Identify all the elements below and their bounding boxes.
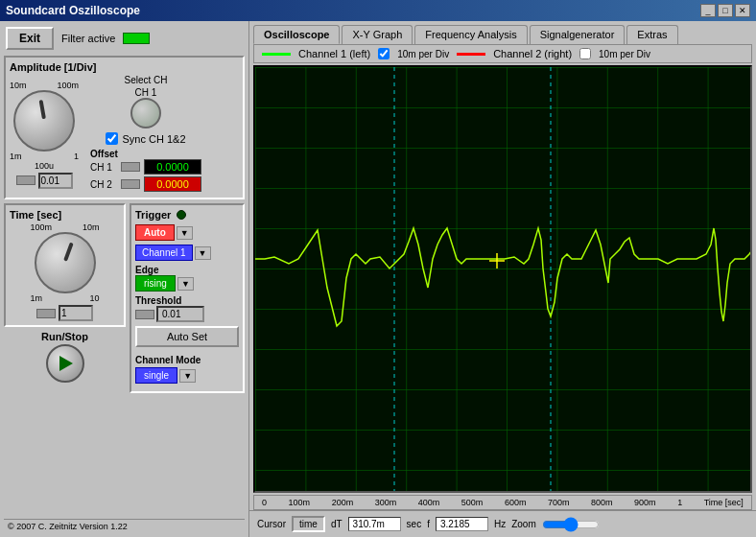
edge-arrow[interactable]: ▼ <box>177 277 194 291</box>
trigger-channel-button[interactable]: Channel 1 <box>135 245 193 261</box>
amplitude-slider[interactable] <box>16 175 35 185</box>
cursor-type-button[interactable]: time <box>292 516 325 532</box>
svg-rect-2 <box>255 67 750 491</box>
zoom-slider[interactable] <box>542 519 600 530</box>
right-panel: Oscilloscope X-Y Graph Frequency Analysi… <box>249 21 756 537</box>
ch2-offset-slider[interactable] <box>121 179 140 189</box>
time-label-10m: 10m <box>83 222 100 232</box>
channel-mode-row: single ▼ <box>135 367 239 384</box>
amplitude-knob-container: 10m 100m 1m 1 100u <box>10 81 79 189</box>
ch2-perdiv: 10m per Div <box>599 49 650 59</box>
ch1-offset-slider[interactable] <box>121 162 140 172</box>
tab-signalgenerator[interactable]: Signalgenerator <box>530 25 626 44</box>
ch1-visibility-checkbox[interactable] <box>378 48 390 59</box>
time-axis-500m: 500m <box>461 498 484 507</box>
run-stop-button[interactable] <box>46 344 84 383</box>
time-knob-indicator <box>63 243 74 262</box>
amplitude-input[interactable] <box>38 173 73 189</box>
left-bottom-cols: Time [sec] 100m 10m 1m 10 <box>4 203 245 519</box>
tab-oscilloscope[interactable]: Oscilloscope <box>253 25 340 44</box>
channel-mode-section: Channel Mode single ▼ <box>135 355 239 384</box>
top-controls: Exit Filter active <box>4 25 245 52</box>
maximize-button[interactable]: □ <box>718 4 733 17</box>
cursor-bar: Cursor time dT 310.7m sec f 3.2185 Hz Zo… <box>249 510 756 537</box>
time-input[interactable] <box>59 305 93 321</box>
tab-extras[interactable]: Extras <box>626 25 677 44</box>
ch1-knob[interactable] <box>130 98 161 128</box>
ch1-perdiv: 10m per Div <box>397 49 449 59</box>
sync-checkbox[interactable] <box>106 132 118 145</box>
trigger-channel-row: Channel 1 ▼ <box>135 245 239 261</box>
threshold-input[interactable] <box>156 306 204 322</box>
tab-frequency-analysis[interactable]: Frequency Analysis <box>414 25 527 44</box>
trigger-led <box>177 210 186 220</box>
tab-xy-graph[interactable]: X-Y Graph <box>342 25 413 44</box>
ch1-offset-row: CH 1 0.0000 <box>90 159 201 175</box>
ch1-offset-display: 0.0000 <box>144 159 201 175</box>
tab-bar: Oscilloscope X-Y Graph Frequency Analysi… <box>249 21 756 44</box>
time-axis-900m: 900m <box>634 498 656 507</box>
dt-label: dT <box>331 519 343 529</box>
trigger-title: Trigger <box>135 209 171 221</box>
ch2-visibility-checkbox[interactable] <box>579 48 591 59</box>
amp-label-1: 1 <box>74 152 79 161</box>
dt-display: 310.7m <box>348 517 401 531</box>
zoom-label: Zoom <box>511 519 536 529</box>
time-axis-600m: 600m <box>505 498 527 507</box>
edge-button[interactable]: rising <box>135 275 176 292</box>
ch1-bar-label: Channel 1 (left) <box>298 48 370 59</box>
time-knob[interactable] <box>35 232 96 293</box>
channel-mode-label: Channel Mode <box>135 355 239 365</box>
close-button[interactable]: ✕ <box>735 4 750 17</box>
time-slider[interactable] <box>36 309 56 318</box>
window-controls[interactable]: _ □ ✕ <box>700 4 750 17</box>
exit-button[interactable]: Exit <box>6 27 54 50</box>
time-axis-700m: 700m <box>548 498 570 507</box>
minimize-button[interactable]: _ <box>700 4 716 17</box>
dt-unit: sec <box>407 519 422 529</box>
time-label-1m: 1m <box>31 293 43 303</box>
amplitude-knob[interactable] <box>13 90 75 152</box>
trigger-header: Trigger <box>135 209 239 221</box>
amp-label-1m: 1m <box>10 152 22 161</box>
knob-indicator <box>39 99 46 118</box>
threshold-slider[interactable] <box>135 310 154 319</box>
channel-bar: Channel 1 (left) 10m per Div Channel 2 (… <box>253 44 752 63</box>
trigger-auto-button[interactable]: Auto <box>135 224 175 241</box>
offset-section: Offset CH 1 0.0000 CH 2 0.0000 <box>90 149 201 194</box>
f-display: 3.2185 <box>436 517 488 531</box>
left-panel: Exit Filter active Amplitude [1/Div] 10m… <box>0 21 249 537</box>
f-label: f <box>427 519 430 529</box>
trigger-auto-arrow[interactable]: ▼ <box>177 226 193 240</box>
sync-row: Sync CH 1&2 <box>106 132 185 145</box>
trigger-section: Trigger Auto ▼ Channel 1 ▼ Edge <box>130 203 245 393</box>
run-stop-section: Run/Stop <box>4 331 126 383</box>
time-axis: 0 100m 200m 300m 400m 500m 600m 700m 800… <box>253 495 752 510</box>
top-section: Exit Filter active Amplitude [1/Div] 10m… <box>0 21 756 537</box>
trigger-col: Trigger Auto ▼ Channel 1 ▼ Edge <box>130 203 245 519</box>
time-axis-0: 0 <box>262 498 267 507</box>
amplitude-section: Amplitude [1/Div] 10m 100m 1m 1 <box>4 56 245 199</box>
ch2-offset-display: 0.0000 <box>144 176 201 192</box>
sync-label: Sync CH 1&2 <box>122 133 185 145</box>
threshold-label: Threshold <box>135 295 239 306</box>
channel-mode-arrow[interactable]: ▼ <box>179 369 196 383</box>
app-title: Soundcard Oszilloscope <box>6 4 140 17</box>
time-label-10: 10 <box>89 293 99 303</box>
time-axis-100m: 100m <box>289 498 311 507</box>
autoset-button[interactable]: Auto Set <box>135 326 239 347</box>
time-axis-300m: 300m <box>375 498 397 507</box>
edge-label: Edge <box>135 265 239 275</box>
edge-row: rising ▼ <box>135 275 239 292</box>
amp-label-100m: 100m <box>57 81 79 90</box>
time-unit-label: Time [sec] <box>704 498 744 507</box>
cursor-label: Cursor <box>257 519 286 529</box>
ch1-label: CH 1 <box>135 87 157 98</box>
copyright: © 2007 C. Zeitnitz Version 1.22 <box>4 519 245 533</box>
time-title: Time [sec] <box>10 209 120 221</box>
time-knob-container: 100m 10m 1m 10 <box>10 222 120 321</box>
ch2-offset-row: CH 2 0.0000 <box>90 176 201 192</box>
time-axis-1: 1 <box>677 498 682 507</box>
trigger-channel-arrow[interactable]: ▼ <box>195 246 211 260</box>
channel-mode-button[interactable]: single <box>135 367 177 384</box>
